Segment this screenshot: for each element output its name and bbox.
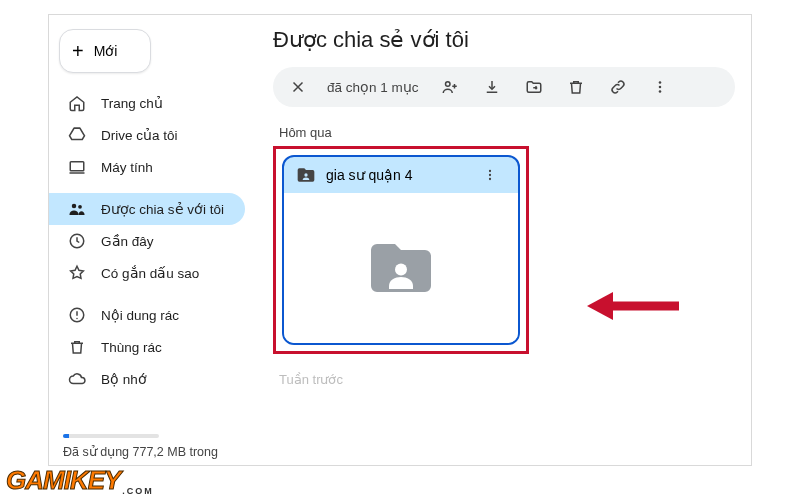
- watermark-suffix: .COM: [122, 486, 154, 496]
- folder-move-icon: [525, 78, 543, 96]
- svg-point-9: [658, 90, 661, 93]
- svg-point-6: [445, 82, 450, 87]
- svg-point-10: [304, 173, 307, 176]
- home-icon: [67, 94, 87, 112]
- sidebar-item-mydrive[interactable]: Drive của tôi: [49, 119, 245, 151]
- person-add-icon: [441, 78, 459, 96]
- watermark-brand: GAMIKEY: [6, 465, 120, 495]
- annotation-highlight: gia sư quận 4: [273, 146, 529, 354]
- sidebar-item-shared[interactable]: Được chia sẻ với tôi: [49, 193, 245, 225]
- svg-point-7: [658, 81, 661, 84]
- more-vert-icon: [651, 78, 669, 96]
- section-label-lastweek: Tuần trước: [279, 372, 735, 387]
- sidebar-item-label: Thùng rác: [101, 340, 162, 355]
- new-button-label: Mới: [94, 43, 118, 59]
- sidebar-item-label: Được chia sẻ với tôi: [101, 201, 224, 217]
- sidebar-item-computers[interactable]: Máy tính: [49, 151, 245, 183]
- star-icon: [67, 264, 87, 282]
- watermark: GAMIKEY.COM: [6, 465, 154, 496]
- share-button[interactable]: [433, 70, 467, 104]
- computer-icon: [67, 158, 87, 176]
- sidebar-item-label: Trang chủ: [101, 95, 163, 111]
- page-title: Được chia sẻ với tôi: [273, 27, 735, 53]
- svg-point-13: [489, 178, 491, 180]
- folder-more-button[interactable]: [482, 167, 510, 183]
- trash-icon: [67, 338, 87, 356]
- sidebar-item-label: Bộ nhớ: [101, 371, 147, 387]
- sidebar-item-storage[interactable]: Bộ nhớ: [49, 363, 245, 395]
- folder-card[interactable]: gia sư quận 4: [282, 155, 520, 345]
- svg-point-1: [72, 204, 77, 209]
- svg-point-14: [395, 264, 407, 276]
- cloud-icon: [67, 370, 87, 388]
- sidebar-item-home[interactable]: Trang chủ: [49, 87, 245, 119]
- sidebar-item-label: Gần đây: [101, 233, 154, 249]
- move-button[interactable]: [517, 70, 551, 104]
- storage-usage: Đã sử dụng 777,2 MB trong: [49, 424, 255, 459]
- svg-point-2: [78, 205, 82, 209]
- sidebar-item-trash[interactable]: Thùng rác: [49, 331, 245, 363]
- link-button[interactable]: [601, 70, 635, 104]
- svg-point-11: [489, 170, 491, 172]
- folder-preview: [284, 193, 518, 343]
- shared-folder-large-icon: [365, 232, 437, 304]
- plus-icon: +: [72, 41, 84, 61]
- more-actions-button[interactable]: [643, 70, 677, 104]
- sidebar-item-spam[interactable]: Nội dung rác: [49, 299, 245, 331]
- section-label-yesterday: Hôm qua: [279, 125, 735, 140]
- more-vert-icon: [482, 167, 498, 183]
- svg-point-8: [658, 86, 661, 89]
- people-icon: [67, 200, 87, 218]
- storage-bar: [63, 434, 159, 438]
- svg-point-12: [489, 174, 491, 176]
- sidebar-item-label: Drive của tôi: [101, 127, 178, 143]
- sidebar-item-recent[interactable]: Gần đây: [49, 225, 245, 257]
- storage-text: Đã sử dụng 777,2 MB trong: [63, 444, 241, 459]
- sidebar-item-label: Máy tính: [101, 160, 153, 175]
- trash-icon: [567, 78, 585, 96]
- svg-point-5: [76, 318, 78, 320]
- delete-button[interactable]: [559, 70, 593, 104]
- download-icon: [483, 78, 501, 96]
- selection-bar: đã chọn 1 mục: [273, 67, 735, 107]
- close-icon: [289, 78, 307, 96]
- clock-icon: [67, 232, 87, 250]
- clear-selection-button[interactable]: [281, 70, 315, 104]
- new-button[interactable]: + Mới: [59, 29, 151, 73]
- drive-icon: [67, 126, 87, 144]
- sidebar-item-label: Nội dung rác: [101, 307, 179, 323]
- spam-icon: [67, 306, 87, 324]
- annotation-arrow: [587, 288, 679, 324]
- link-icon: [609, 78, 627, 96]
- folder-name: gia sư quận 4: [326, 167, 413, 183]
- shared-folder-icon: [296, 165, 316, 185]
- sidebar-item-label: Có gắn dấu sao: [101, 265, 199, 281]
- selection-count-text: đã chọn 1 mục: [323, 79, 425, 95]
- svg-rect-0: [70, 162, 84, 171]
- sidebar-item-starred[interactable]: Có gắn dấu sao: [49, 257, 245, 289]
- download-button[interactable]: [475, 70, 509, 104]
